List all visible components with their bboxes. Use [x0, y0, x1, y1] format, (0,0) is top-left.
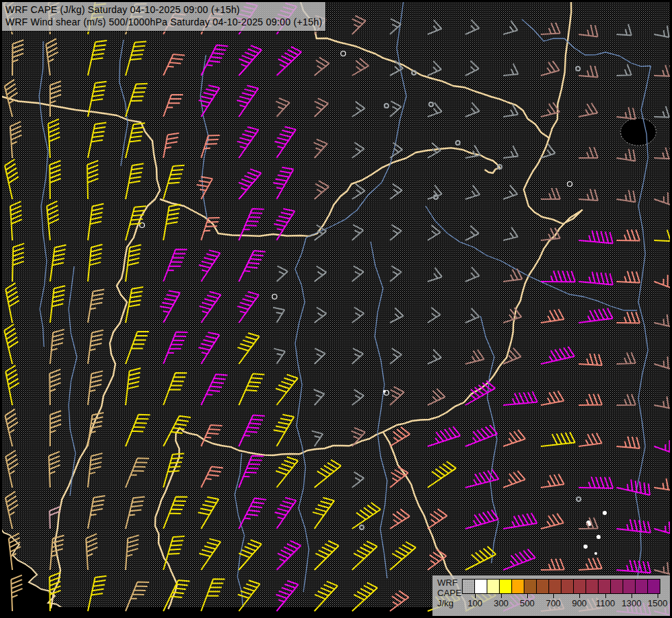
wind-barb [50, 81, 61, 117]
wind-barb [428, 185, 442, 199]
small-lake-outline [273, 295, 277, 299]
wind-barb [654, 479, 672, 492]
wind-barb [390, 101, 402, 117]
cape-white-patch [383, 390, 386, 393]
legend-tick-label: 100 [467, 598, 483, 608]
wind-barb [616, 560, 651, 573]
wind-barb [352, 541, 377, 570]
wind-barb [88, 371, 103, 405]
legend-tick-label: 1500 [648, 598, 668, 608]
wind-barb [579, 147, 598, 158]
wind-barb [616, 65, 632, 76]
wind-barb [352, 266, 364, 282]
wind-barb [503, 513, 537, 529]
bottom-black-strip [2, 607, 435, 616]
wind-barb [314, 541, 338, 571]
legend-swatch [474, 579, 487, 594]
wind-barb [465, 510, 498, 529]
legend-swatch [487, 579, 500, 594]
wind-barb [541, 432, 575, 446]
wind-barb [198, 85, 220, 117]
city-marker [360, 525, 364, 529]
wind-barb [88, 330, 104, 364]
legend-swatch [499, 579, 512, 594]
legend-swatch [536, 579, 549, 594]
legend-label-line1: WRF [437, 577, 461, 588]
wind-barb [541, 144, 555, 158]
lake [621, 118, 656, 146]
legend-swatch [573, 579, 586, 594]
wind-barb [5, 450, 19, 488]
wind-barb [199, 292, 220, 323]
wind-barb [428, 308, 441, 323]
wind-barb [50, 411, 61, 446]
wind-barb [654, 275, 672, 290]
wind-barb [541, 228, 560, 240]
wind-barb [48, 119, 60, 158]
wind-barb [198, 497, 219, 529]
wind-barb [579, 433, 602, 447]
river [522, 19, 651, 67]
wind-barb [390, 308, 404, 323]
wind-barb [312, 431, 323, 446]
wind-barb [390, 143, 402, 158]
wind-barb [276, 374, 298, 405]
wind-barb [390, 467, 408, 488]
city-marker [577, 497, 581, 501]
wind-barb [616, 107, 636, 119]
wind-barb [273, 415, 294, 446]
wind-barb [5, 365, 19, 405]
wind-barb [50, 286, 65, 323]
wind-barb [163, 496, 187, 529]
wind-barb [126, 582, 149, 611]
wind-barb [10, 201, 22, 240]
wind-barb [579, 189, 598, 201]
wind-barb [654, 396, 672, 409]
wind-barb [579, 394, 602, 405]
wind-barb [616, 229, 640, 240]
small-lake-outline [341, 52, 346, 56]
wind-barb [503, 470, 525, 488]
wind-barb [465, 102, 480, 117]
wind-barb [352, 16, 366, 34]
river [306, 0, 406, 238]
wind-barb [352, 308, 364, 323]
small-lake-outline [568, 182, 572, 187]
wind-barb [126, 415, 150, 446]
wind-barb [465, 350, 484, 364]
wind-barb [277, 47, 301, 76]
wind-barb [12, 40, 23, 76]
wind-barb [88, 123, 106, 158]
wind-barb [239, 499, 266, 529]
wind-barb [50, 245, 66, 282]
cape-white-patch [596, 535, 601, 539]
wind-barb [314, 348, 325, 364]
wind-barb [428, 20, 441, 34]
wind-barb [503, 308, 522, 323]
wind-barb [88, 289, 104, 323]
wind-barb [277, 540, 301, 570]
wind-barb [428, 509, 447, 529]
wind-barb [541, 391, 564, 405]
wind-barb [199, 539, 220, 570]
wind-barb [390, 184, 402, 199]
wind-barb [163, 580, 190, 611]
wind-barb [314, 181, 329, 199]
wind-barb [654, 440, 672, 458]
wind-barb [86, 534, 97, 570]
wind-barb [616, 479, 650, 495]
wind-barb [465, 425, 498, 446]
wind-barb [314, 389, 325, 405]
wind-barb [163, 205, 181, 240]
wind-barb [579, 308, 613, 323]
river [371, 242, 387, 578]
wind-barb [276, 457, 298, 488]
wind-barb [616, 271, 640, 283]
wind-barb [428, 426, 461, 446]
wind-barb [352, 389, 364, 405]
wind-barb [239, 415, 265, 447]
legend-color-swatches [462, 579, 660, 594]
wind-barb [201, 374, 228, 405]
wind-barb [541, 514, 564, 529]
wind-barb [465, 380, 496, 405]
